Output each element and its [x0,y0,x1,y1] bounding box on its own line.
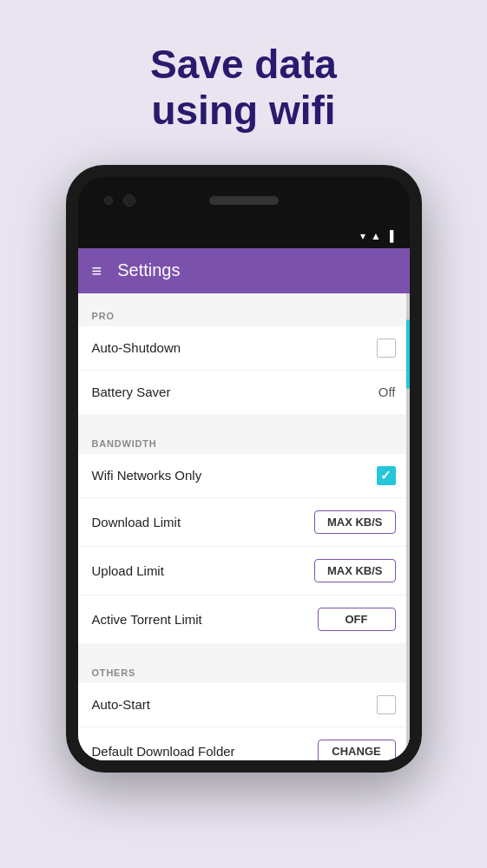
torrent-limit-label: Active Torrent Limit [92,612,202,627]
section-bandwidth: BANDWIDTH Wifi Networks Only Download Li… [78,428,410,643]
gap-bandwidth [78,421,410,428]
gap-top [78,293,410,300]
setting-row-auto-shutdown: Auto-Shutdown [78,326,410,371]
section-bandwidth-header: BANDWIDTH [78,428,410,454]
camera-dot-2 [123,194,135,207]
setting-row-auto-start: Auto-Start [78,683,410,727]
upload-limit-label: Upload Limit [92,563,164,578]
camera-dot-1 [104,196,113,205]
torrent-limit-button[interactable]: OFF [318,608,396,631]
app-bar: ≡ Settings [78,248,410,293]
wifi-only-label: Wifi Networks Only [92,468,202,483]
auto-shutdown-label: Auto-Shutdown [92,340,181,355]
download-folder-label: Default Download Folder [92,744,235,759]
auto-shutdown-checkbox[interactable] [377,339,396,358]
setting-row-download-folder: Default Download Folder CHANGE [78,727,410,760]
app-bar-title: Settings [117,260,180,280]
hamburger-icon[interactable]: ≡ [92,262,102,279]
upload-limit-button[interactable]: MAX KB/S [314,559,396,582]
scroll-indicator [406,293,410,760]
phone-screen: ≡ Settings PRO Auto-Shutdown [78,248,410,760]
screen-with-scroll: PRO Auto-Shutdown Battery Saver Off [78,293,410,760]
signal-icon: ▲ [371,230,381,242]
wifi-only-checkbox[interactable] [377,466,396,485]
gap-others [78,650,410,657]
setting-row-download-limit: Download Limit MAX KB/S [78,498,410,547]
hero-title: Save data using wifi [150,42,337,134]
camera-area [104,194,135,207]
setting-row-wifi-only: Wifi Networks Only [78,454,410,498]
auto-start-checkbox[interactable] [377,695,396,714]
battery-icon: ▐ [386,230,394,242]
phone-top-bar [78,177,410,224]
setting-row-upload-limit: Upload Limit MAX KB/S [78,547,410,595]
setting-row-battery-saver[interactable]: Battery Saver Off [78,371,410,414]
battery-saver-value: Off [378,385,396,399]
download-folder-button[interactable]: CHANGE [318,740,396,760]
setting-row-torrent-limit: Active Torrent Limit OFF [78,595,410,643]
auto-start-label: Auto-Start [92,697,151,712]
phone-speaker [209,196,279,205]
section-others: OTHERS Auto-Start Default Download Folde… [78,657,410,760]
phone-frame: ▾ ▲ ▐ ≡ Settings PRO Auto-Shutdown [66,165,422,773]
status-bar: ▾ ▲ ▐ [78,224,410,248]
section-pro-header: PRO [78,300,410,326]
hero-section: Save data using wifi [150,0,337,165]
wifi-status-icon: ▾ [360,230,365,242]
section-others-header: OTHERS [78,657,410,683]
battery-saver-label: Battery Saver [92,385,171,399]
download-limit-button[interactable]: MAX KB/S [314,510,396,534]
scroll-thumb [406,319,410,389]
settings-content[interactable]: PRO Auto-Shutdown Battery Saver Off [78,293,410,760]
section-pro: PRO Auto-Shutdown Battery Saver Off [78,300,410,414]
download-limit-label: Download Limit [92,515,181,529]
